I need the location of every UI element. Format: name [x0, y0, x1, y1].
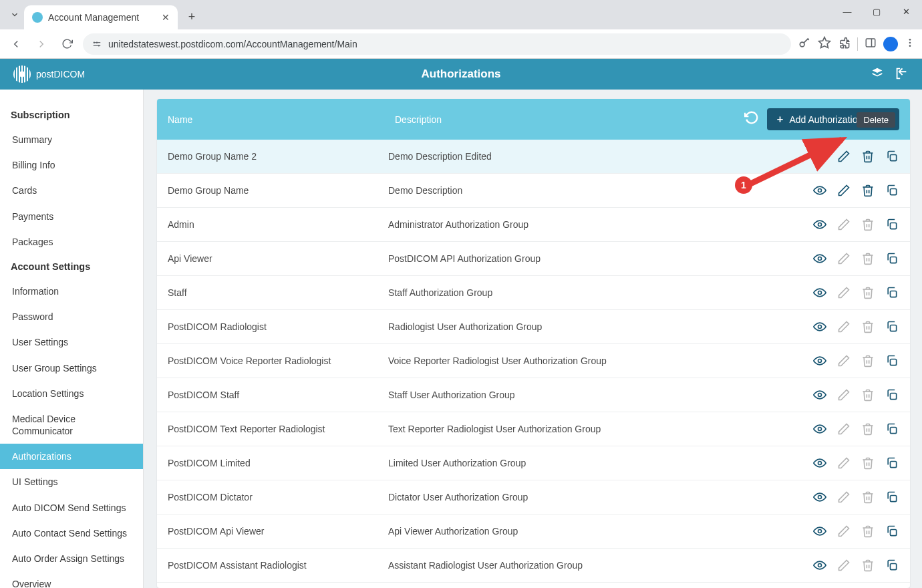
delete-icon[interactable] [861, 388, 875, 402]
svg-point-14 [818, 189, 822, 192]
delete-icon[interactable] [861, 183, 875, 198]
edit-icon[interactable] [836, 217, 851, 232]
sidebar-item-user-settings[interactable]: User Settings [0, 329, 143, 355]
delete-icon[interactable] [861, 524, 875, 539]
browser-tab[interactable]: Account Management ✕ [24, 5, 178, 29]
column-header-name[interactable]: Name [168, 114, 388, 125]
svg-rect-21 [891, 291, 897, 297]
reload-button[interactable] [57, 35, 76, 53]
view-icon[interactable] [812, 251, 827, 266]
new-tab-button[interactable]: + [182, 7, 202, 27]
sidebar-item-location-settings[interactable]: Location Settings [0, 381, 143, 406]
side-panel-icon[interactable] [865, 37, 877, 51]
copy-icon[interactable] [885, 456, 899, 470]
edit-icon[interactable] [836, 251, 851, 266]
delete-icon[interactable] [861, 558, 875, 573]
row-description: Assistant Radiologist User Authorization… [388, 560, 812, 571]
delete-icon[interactable] [861, 422, 875, 436]
refresh-icon[interactable] [744, 110, 759, 128]
copy-icon[interactable] [885, 319, 899, 334]
edit-icon[interactable] [836, 524, 851, 539]
sidebar-item-billing-info[interactable]: Billing Info [0, 152, 143, 178]
delete-icon[interactable] [861, 456, 875, 470]
tab-close-icon[interactable]: ✕ [162, 12, 170, 23]
copy-icon[interactable] [885, 353, 899, 368]
logo-text: postDICOM [36, 69, 85, 80]
copy-icon[interactable] [885, 217, 899, 232]
delete-icon[interactable] [861, 149, 875, 164]
sidebar-item-auto-dicom-send-settings[interactable]: Auto DICOM Send Settings [0, 495, 143, 521]
sidebar-item-authorizations[interactable]: Authorizations [0, 444, 143, 469]
extensions-icon[interactable] [838, 37, 851, 51]
window-close[interactable]: ✕ [891, 1, 921, 21]
edit-icon[interactable] [836, 149, 851, 164]
sidebar-item-user-group-settings[interactable]: User Group Settings [0, 355, 143, 381]
nav-forward-button[interactable] [32, 35, 51, 53]
sidebar-item-payments[interactable]: Payments [0, 204, 143, 229]
delete-icon[interactable] [861, 251, 875, 266]
sidebar-item-password[interactable]: Password [0, 304, 143, 329]
svg-rect-29 [891, 428, 897, 434]
tab-list-dropdown[interactable] [5, 5, 24, 24]
sidebar-item-auto-order-assign-settings[interactable]: Auto Order Assign Settings [0, 546, 143, 571]
sidebar-item-medical-device-communicator[interactable]: Medical Device Communicator [0, 406, 143, 444]
delete-icon[interactable] [861, 490, 875, 504]
delete-icon[interactable] [861, 319, 875, 334]
edit-icon[interactable] [836, 319, 851, 334]
site-settings-icon[interactable] [92, 39, 102, 49]
sidebar-item-packages[interactable]: Packages [0, 229, 143, 255]
sidebar-item-overview[interactable]: Overview [0, 571, 143, 588]
sidebar-item-information[interactable]: Information [0, 279, 143, 304]
copy-icon[interactable] [885, 149, 899, 164]
view-icon[interactable] [812, 183, 827, 198]
app-logo[interactable]: postDICOM [13, 65, 85, 83]
address-bar[interactable]: unitedstateswest.postdicom.com/AccountMa… [83, 33, 791, 55]
header-exit-icon[interactable] [894, 66, 909, 83]
sidebar-item-auto-contact-send-settings[interactable]: Auto Contact Send Settings [0, 521, 143, 546]
edit-icon[interactable] [836, 388, 851, 402]
nav-back-button[interactable] [7, 35, 25, 53]
view-icon[interactable] [812, 524, 827, 539]
bookmark-star-icon[interactable] [818, 36, 831, 51]
view-icon[interactable] [812, 422, 827, 436]
view-icon[interactable] [812, 388, 827, 402]
row-description: Limited User Authorization Group [388, 458, 812, 468]
view-icon[interactable] [812, 353, 827, 368]
copy-icon[interactable] [885, 558, 899, 573]
copy-icon[interactable] [885, 388, 899, 402]
edit-icon[interactable] [836, 285, 851, 300]
sidebar-item-summary[interactable]: Summary [0, 127, 143, 152]
password-key-icon[interactable] [798, 36, 811, 51]
view-icon[interactable] [812, 285, 827, 300]
header-credits-icon[interactable] [870, 66, 885, 83]
window-minimize[interactable]: — [832, 1, 862, 21]
table-row: PostDICOM Assistant RadiologistAssistant… [157, 549, 910, 583]
edit-icon[interactable] [836, 490, 851, 504]
view-icon[interactable] [812, 490, 827, 504]
copy-icon[interactable] [885, 251, 899, 266]
view-icon[interactable] [812, 456, 827, 470]
menu-dots-icon[interactable] [905, 37, 915, 50]
column-header-description[interactable]: Description [395, 114, 738, 125]
edit-icon[interactable] [836, 456, 851, 470]
delete-icon[interactable] [861, 217, 875, 232]
delete-icon[interactable] [861, 285, 875, 300]
copy-icon[interactable] [885, 285, 899, 300]
profile-avatar[interactable] [883, 37, 898, 51]
copy-icon[interactable] [885, 524, 899, 539]
edit-icon[interactable] [836, 353, 851, 368]
window-maximize[interactable]: ▢ [862, 1, 891, 21]
sidebar-item-cards[interactable]: Cards [0, 178, 143, 203]
edit-icon[interactable] [836, 558, 851, 573]
view-icon[interactable] [812, 149, 827, 164]
sidebar-item-ui-settings[interactable]: UI Settings [0, 469, 143, 494]
view-icon[interactable] [812, 558, 827, 573]
copy-icon[interactable] [885, 183, 899, 198]
copy-icon[interactable] [885, 490, 899, 504]
edit-icon[interactable] [836, 183, 851, 198]
edit-icon[interactable] [836, 422, 851, 436]
view-icon[interactable] [812, 319, 827, 334]
delete-icon[interactable] [861, 353, 875, 368]
view-icon[interactable] [812, 217, 827, 232]
copy-icon[interactable] [885, 422, 899, 436]
